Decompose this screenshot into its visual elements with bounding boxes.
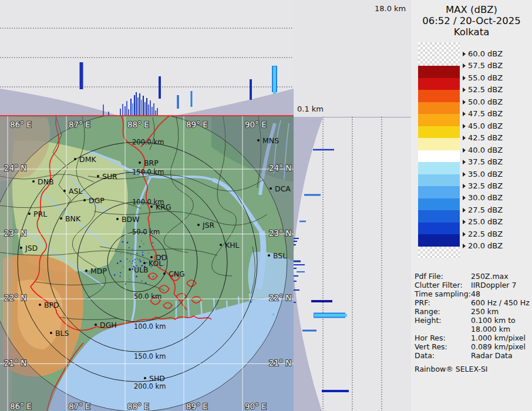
radar-display-area: 50.0 km50.0 km100.0 km100.0 km150.0 km15… <box>0 0 411 411</box>
clutter-speckle <box>142 251 143 252</box>
beam-shadow-wedge-top <box>294 117 323 251</box>
ring-distance-label: 200.0 km <box>132 138 164 146</box>
clutter-speckle <box>132 261 133 262</box>
echo-profile-bar <box>143 96 144 116</box>
clutter-speckle <box>153 246 154 247</box>
info-value: 0.089 km/pixel <box>471 342 531 351</box>
info-row: 18.000 km <box>415 325 531 333</box>
info-row: Height:0.100 km to <box>415 316 531 325</box>
clutter-speckle <box>146 262 147 264</box>
echo-profile-bar <box>294 302 296 303</box>
legend-label: 22.5 dBZ <box>463 230 503 238</box>
echo-profile-bar <box>250 79 252 100</box>
right-height-profile-panel <box>294 117 411 411</box>
geo-grid-label: 87° E <box>69 120 90 129</box>
clutter-speckle <box>129 247 130 248</box>
legend-label: 55.0 dBZ <box>463 74 503 82</box>
echo-profile-bar <box>294 281 297 282</box>
clutter-speckle <box>127 242 128 243</box>
legend-band <box>418 138 460 150</box>
clutter-speckle <box>137 253 138 254</box>
echo-profile-bar <box>128 109 129 116</box>
clutter-speckle <box>134 262 135 263</box>
clutter-speckle <box>131 254 132 255</box>
legend-label-text: 45.0 dBZ <box>468 122 503 130</box>
clutter-speckle <box>139 259 140 260</box>
info-row: PRF:600 Hz / 450 Hz <box>415 298 531 307</box>
geo-grid-label: 89° E <box>186 402 208 411</box>
right-profile-plot <box>294 117 411 411</box>
legend-label-text: 25.0 dBZ <box>468 217 503 226</box>
legend-tick-arrow-icon <box>463 52 466 56</box>
legend-band <box>418 210 460 223</box>
info-label: Time sampling: <box>415 289 471 298</box>
legend-tick-arrow-icon <box>463 136 466 140</box>
legend-label: 50.0 dBZ <box>463 98 503 106</box>
geo-grid-label: 88° E <box>127 402 149 411</box>
city-label: DGH <box>100 321 117 329</box>
legend-label: 30.0 dBZ <box>463 194 503 202</box>
info-value: 48 <box>471 289 531 298</box>
legend-tick-arrow-icon <box>463 112 466 116</box>
clutter-speckle <box>120 261 121 262</box>
clutter-speckle <box>142 254 143 255</box>
echo-profile-bar <box>313 149 334 151</box>
clutter-speckle <box>123 266 124 267</box>
clutter-speckle <box>127 253 128 254</box>
legend-tick-arrow-icon <box>463 148 466 153</box>
clutter-speckle <box>120 254 121 254</box>
legend-label-text: 52.5 dBZ <box>468 85 503 94</box>
info-label: Data: <box>415 351 471 360</box>
clutter-speckle <box>139 246 140 247</box>
info-row: Time sampling:48 <box>415 289 531 298</box>
geo-grid-label: 21° N <box>4 358 26 368</box>
legend-label-text: 47.5 dBZ <box>468 109 503 118</box>
echo-profile-bar <box>322 390 349 392</box>
geo-grid-label: 21° N <box>269 358 291 368</box>
city-label: PRL <box>33 210 47 218</box>
geo-grid-label: 89° E <box>186 120 208 129</box>
city-dot <box>129 268 131 271</box>
legend-tick-arrow-icon <box>463 232 466 237</box>
city-dot <box>197 224 200 226</box>
echo-profile-bar <box>294 275 298 277</box>
clutter-speckle <box>132 263 132 264</box>
info-label: Hor Res: <box>415 333 471 342</box>
top-height-profile-panel <box>0 0 294 116</box>
echo-profile-bar <box>122 104 123 116</box>
clutter-speckle <box>140 262 140 262</box>
legend-label-text: 50.0 dBZ <box>468 97 503 106</box>
echo-speckle <box>250 301 251 302</box>
clutter-speckle <box>143 244 144 244</box>
clutter-speckle <box>128 275 129 276</box>
city-label: BDW <box>122 215 140 224</box>
beam-shadow-wedge-bottom <box>294 271 322 411</box>
city-label: KHL <box>225 241 240 250</box>
legend-label: 57.5 dBZ <box>463 62 503 70</box>
legend-label-text: 20.0 dBZ <box>468 241 503 250</box>
legend-label: 45.0 dBZ <box>463 122 503 130</box>
echo-profile-bar-core <box>273 66 276 94</box>
echo-profile-bar <box>141 100 142 116</box>
product-info-panel: Pdf File:250Z.maxClutter Filter:IIRDoppl… <box>415 272 531 373</box>
info-rows: Pdf File:250Z.maxClutter Filter:IIRDoppl… <box>415 272 531 360</box>
clutter-speckle <box>134 259 136 260</box>
legend-label-text: 22.5 dBZ <box>468 230 503 238</box>
echo-profile-bar <box>108 112 109 116</box>
echo-profile-bar <box>124 106 126 116</box>
info-value: Radar Data <box>471 351 531 360</box>
legend-tick-arrow-icon <box>463 87 466 92</box>
legend-band-below-min <box>418 247 460 259</box>
city-label: JSR <box>202 221 215 230</box>
legend-label: 37.5 dBZ <box>463 158 503 166</box>
clutter-speckle <box>114 274 115 275</box>
legend-tick-arrow-icon <box>463 172 466 177</box>
legend-label: 35.0 dBZ <box>463 170 503 178</box>
city-label: DNB <box>38 177 54 186</box>
geo-grid-label: 90° E <box>245 120 267 129</box>
legend-label-text: 35.0 dBZ <box>468 170 503 178</box>
echo-profile-bar <box>150 100 151 116</box>
clutter-speckle <box>146 258 146 258</box>
city-label: BSL <box>273 251 287 260</box>
city-dot <box>150 206 153 208</box>
